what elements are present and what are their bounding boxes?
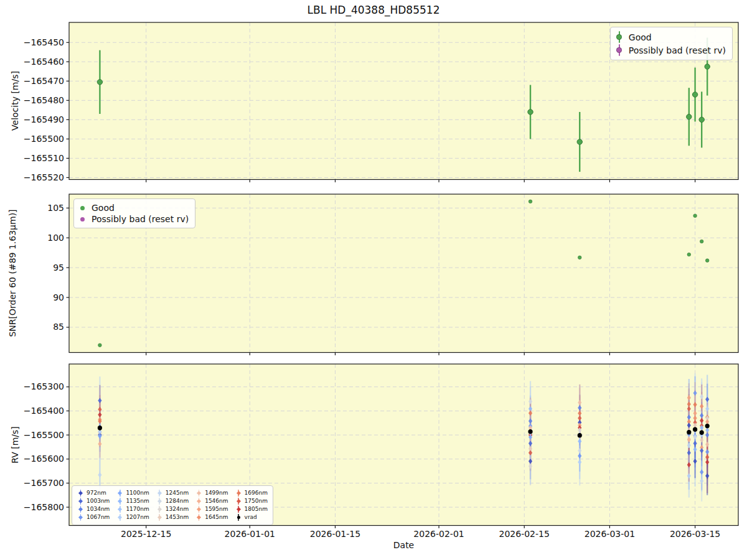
legend-item-1499nm: 1499nm	[195, 489, 228, 497]
vrad-point	[705, 424, 710, 428]
snr-axis-label: SNR[Order 60 (#89 1.63µm)]	[7, 209, 17, 337]
band-label: 1207nm	[126, 513, 149, 521]
1284nm-marker-icon	[156, 497, 163, 505]
1645nm-marker-icon	[195, 513, 202, 521]
legend-item-1546nm: 1546nm	[195, 497, 228, 505]
legend-good-row: Good	[616, 30, 726, 44]
y-tick-label: 90	[53, 292, 64, 302]
band-label: 1067nm	[87, 513, 110, 521]
vrad-point	[693, 427, 697, 432]
legend-item-1645nm: 1645nm	[195, 513, 228, 521]
x-tick-label: 2025-12-15	[121, 529, 171, 539]
good-point	[97, 80, 102, 85]
x-tick-label: 2026-03-15	[670, 529, 720, 539]
y-tick-label: 85	[53, 322, 64, 332]
band-label: 1135nm	[126, 497, 149, 505]
band-label: 1003nm	[87, 497, 110, 505]
1324nm-marker-icon	[156, 505, 163, 513]
snr-legend: Good Possibly bad (reset rv)	[73, 198, 195, 228]
band-label: 1453nm	[166, 513, 189, 521]
band-label: 1499nm	[205, 489, 228, 497]
y-tick-label: −165500	[24, 134, 64, 144]
y-tick-label: −165600	[24, 454, 64, 464]
legend-good-label: Good	[629, 32, 652, 42]
y-tick-label: 100	[47, 233, 64, 243]
1170nm-marker-icon	[116, 505, 123, 513]
legend-item-1170nm: 1170nm	[116, 505, 149, 513]
good-point	[700, 240, 703, 243]
page-title: LBL HD_40388_HD85512	[0, 4, 747, 16]
y-tick-label: 105	[47, 203, 64, 213]
legend-item-972nm: 972nm	[77, 489, 110, 497]
1453nm-marker-icon	[156, 513, 163, 521]
legend-possibly-bad-row: Possibly bad (reset rv)	[79, 213, 189, 225]
good-point	[693, 214, 697, 218]
good-point	[528, 110, 533, 114]
y-tick-label: −165300	[24, 381, 64, 391]
vrad-point	[528, 429, 532, 434]
good-point	[687, 114, 692, 119]
legend-item-1207nm: 1207nm	[116, 513, 149, 521]
y-tick-label: −165500	[24, 430, 64, 440]
vrad-point	[687, 430, 691, 434]
legend-item-1284nm: 1284nm	[156, 497, 189, 505]
y-tick-label: −165800	[24, 502, 64, 512]
1034nm-marker-icon	[77, 505, 84, 513]
band-label: 1546nm	[205, 497, 228, 505]
1595nm-marker-icon	[195, 505, 202, 513]
band-label: 1805nm	[245, 505, 268, 513]
band-label: 1645nm	[205, 513, 228, 521]
y-tick-label: −165460	[24, 57, 64, 67]
972nm-marker-icon	[77, 489, 84, 497]
legend-item-1245nm: 1245nm	[156, 489, 189, 497]
1003nm-marker-icon	[77, 497, 84, 505]
legend-good-label: Good	[92, 203, 115, 213]
y-tick-label: −165400	[24, 406, 64, 416]
good-point	[705, 64, 710, 69]
vrad-point	[700, 431, 704, 435]
lbl-rv-figure: −165450−165460−165470−165480−165490−1655…	[0, 0, 747, 560]
legend-possibly-bad-label: Possibly bad (reset rv)	[92, 214, 189, 224]
rv-band-legend: 972nm1003nm1034nm1067nm1100nm1135nm1170n…	[72, 485, 273, 525]
legend-good-row: Good	[79, 202, 189, 213]
good-point	[578, 256, 581, 259]
y-tick-label: −165450	[24, 37, 64, 47]
legend-item-1135nm: 1135nm	[116, 497, 149, 505]
tick-labels: −165450−165460−165470−165480−165490−1655…	[24, 37, 64, 182]
band-label: vrad	[245, 513, 257, 521]
band-label: 1034nm	[87, 505, 110, 513]
1499nm-marker-icon	[195, 489, 202, 497]
legend-possibly-bad-label: Possibly bad (reset rv)	[629, 45, 726, 55]
legend-item-1595nm: 1595nm	[195, 505, 228, 513]
vrad-point	[578, 433, 582, 437]
y-tick-label: −165480	[24, 95, 64, 105]
rv-axis-label: RV [m/s]	[10, 426, 20, 464]
legend-item-1100nm: 1100nm	[116, 489, 149, 497]
legend-item-1324nm: 1324nm	[156, 505, 189, 513]
legend-item-1034nm: 1034nm	[77, 505, 110, 513]
x-tick-label: 2026-03-01	[585, 529, 635, 539]
1245nm-marker-icon	[156, 489, 163, 497]
velocity-axis-label: Velocity [m/s]	[10, 71, 20, 131]
legend-item-vrad: vrad	[235, 513, 268, 521]
y-tick-label: −165470	[24, 76, 64, 86]
good-point	[577, 139, 582, 144]
band-label: 1245nm	[166, 489, 189, 497]
x-tick-label: 2026-01-15	[310, 529, 360, 539]
good-dot-icon	[80, 206, 85, 210]
good-point	[687, 253, 691, 256]
y-tick-label: −165520	[24, 172, 64, 182]
legend-item-1453nm: 1453nm	[156, 513, 189, 521]
legend-item-1067nm: 1067nm	[77, 513, 110, 521]
good-point	[692, 92, 697, 97]
legend-item-1750nm: 1750nm	[235, 497, 268, 505]
good-point	[98, 343, 102, 347]
x-tick-label: 2026-01-01	[225, 529, 275, 539]
band-label: 1750nm	[245, 497, 268, 505]
y-tick-label: 95	[53, 263, 64, 273]
velocity-legend: Good Possibly bad (reset rv)	[610, 27, 733, 60]
y-tick-label: −165700	[24, 478, 64, 488]
good-marker-icon	[616, 31, 623, 43]
legend-item-1003nm: 1003nm	[77, 497, 110, 505]
band-label: 1595nm	[205, 505, 228, 513]
